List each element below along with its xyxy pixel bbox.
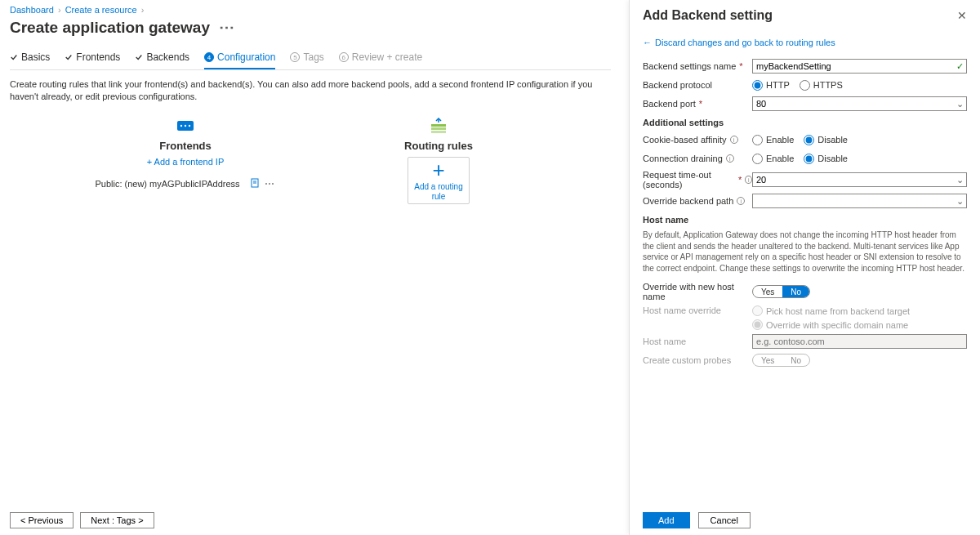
wizard-footer: < Previous Next : Tags > [10, 512, 154, 528]
tab-review-create[interactable]: 6 Review + create [339, 48, 422, 69]
tab-configuration[interactable]: 4 Configuration [204, 48, 275, 69]
draining-enable-radio[interactable]: Enable [752, 154, 794, 164]
backend-settings-name-label: Backend settings name * [643, 61, 752, 71]
add-routing-rule-card[interactable]: + Add a routing rule [408, 157, 470, 204]
step-number-icon: 5 [290, 52, 300, 62]
frontends-heading: Frontends [159, 140, 212, 152]
check-icon [10, 53, 18, 61]
toggle-yes: Yes [753, 354, 782, 366]
tab-tags[interactable]: 5 Tags [290, 48, 323, 69]
breadcrumb-item-dashboard[interactable]: Dashboard [10, 5, 54, 15]
add-backend-setting-panel: Add Backend setting ✕ ← Discard changes … [629, 0, 980, 535]
info-icon[interactable]: i [745, 176, 752, 184]
close-icon[interactable]: ✕ [957, 9, 967, 22]
frontends-icon [169, 117, 202, 136]
svg-point-3 [189, 125, 190, 127]
protocol-https-radio[interactable]: HTTPS [800, 80, 843, 91]
host-name-input [752, 334, 967, 349]
host-name-heading: Host name [643, 215, 967, 225]
svg-point-2 [185, 125, 186, 127]
frontend-ip-label: Public: (new) myAGPublicIPAddress [95, 179, 239, 189]
plus-icon: + [432, 159, 444, 181]
page-title: Create application gateway ⋯ [10, 18, 611, 37]
info-icon[interactable]: i [726, 154, 734, 163]
host-name-description: By default, Application Gateway does not… [643, 230, 967, 274]
add-frontend-ip-link[interactable]: + Add a frontend IP [147, 157, 225, 167]
override-new-hostname-label: Override with new host name [643, 282, 752, 301]
tab-label: Configuration [217, 51, 275, 63]
info-icon[interactable]: i [730, 136, 738, 144]
more-icon[interactable]: ⋯ [265, 178, 276, 189]
previous-button[interactable]: < Previous [10, 512, 74, 528]
protocol-http-radio[interactable]: HTTP [752, 80, 790, 91]
svg-point-1 [180, 125, 182, 127]
main-content: Dashboard › Create a resource › Create a… [0, 0, 621, 535]
edit-icon[interactable] [250, 178, 261, 189]
tab-basics[interactable]: Basics [10, 48, 50, 69]
routing-rules-column: Routing rules + Add a routing rule [345, 117, 532, 204]
svg-rect-8 [431, 127, 446, 130]
tab-label: Basics [21, 51, 50, 63]
request-timeout-label: Request time-out (seconds) * i [643, 170, 752, 189]
routing-rules-heading: Routing rules [404, 140, 473, 152]
arrow-left-icon: ← [643, 38, 652, 47]
override-specific-domain-radio: Override with specific domain name [752, 319, 967, 330]
step-number-icon: 4 [204, 52, 214, 62]
override-backend-path-input[interactable] [752, 194, 967, 208]
next-button[interactable]: Next : Tags > [80, 512, 154, 528]
backend-port-label: Backend port * [643, 99, 752, 109]
affinity-disable-radio[interactable]: Disable [804, 135, 848, 145]
svg-rect-9 [431, 131, 446, 133]
backend-port-input[interactable] [752, 96, 967, 111]
toggle-no[interactable]: No [782, 286, 809, 297]
panel-footer: Add Cancel [643, 512, 751, 528]
cancel-button[interactable]: Cancel [698, 512, 751, 528]
connection-draining-label: Connection draining i [643, 154, 752, 163]
backend-protocol-label: Backend protocol [643, 80, 752, 90]
tab-label: Tags [303, 51, 323, 63]
chevron-right-icon: › [141, 5, 145, 15]
chevron-right-icon: › [58, 5, 61, 15]
info-icon[interactable]: i [737, 197, 745, 205]
pick-from-backend-radio: Pick host name from backend target [752, 305, 967, 316]
check-icon [135, 53, 143, 61]
wizard-tabs: Basics Frontends Backends 4 Configuratio… [10, 48, 611, 70]
add-button[interactable]: Add [643, 512, 690, 528]
tab-label: Review + create [352, 51, 422, 63]
configuration-diagram: Frontends + Add a frontend IP Public: (n… [10, 117, 611, 204]
tab-frontends[interactable]: Frontends [65, 48, 120, 69]
breadcrumb: Dashboard › Create a resource › [10, 5, 611, 15]
routing-rules-icon [422, 117, 455, 136]
host-name-label: Host name [643, 337, 752, 346]
toggle-yes[interactable]: Yes [753, 286, 782, 297]
draining-disable-radio[interactable]: Disable [804, 154, 848, 164]
affinity-enable-radio[interactable]: Enable [752, 135, 794, 145]
tab-backends[interactable]: Backends [135, 48, 189, 69]
frontends-column: Frontends + Add a frontend IP Public: (n… [91, 117, 279, 204]
svg-rect-7 [431, 124, 446, 127]
toggle-no: No [782, 354, 809, 366]
create-custom-probes-label: Create custom probes [643, 355, 752, 365]
add-routing-rule-label: Add a routing rule [408, 182, 469, 202]
tab-label: Frontends [76, 51, 120, 63]
frontend-ip-item: Public: (new) myAGPublicIPAddress ⋯ [95, 178, 275, 189]
discard-changes-link[interactable]: ← Discard changes and go back to routing… [643, 38, 967, 47]
page-title-text: Create application gateway [10, 19, 210, 36]
panel-title: Add Backend setting [643, 8, 773, 23]
check-icon [65, 53, 73, 61]
breadcrumb-item-create-resource[interactable]: Create a resource [65, 5, 137, 15]
request-timeout-input[interactable] [752, 172, 967, 187]
discard-label: Discard changes and go back to routing r… [655, 38, 835, 47]
cookie-affinity-label: Cookie-based affinity i [643, 135, 752, 145]
override-hostname-toggle[interactable]: Yes No [752, 285, 810, 298]
more-icon[interactable]: ⋯ [219, 19, 234, 36]
create-probes-toggle: Yes No [752, 354, 810, 367]
step-number-icon: 6 [339, 52, 349, 62]
additional-settings-heading: Additional settings [643, 118, 967, 127]
page-description: Create routing rules that link your fron… [10, 78, 611, 104]
backend-settings-name-input[interactable] [752, 59, 967, 74]
override-backend-path-label: Override backend path i [643, 196, 752, 206]
tab-label: Backends [146, 51, 189, 63]
host-name-override-label: Host name override [643, 305, 752, 315]
